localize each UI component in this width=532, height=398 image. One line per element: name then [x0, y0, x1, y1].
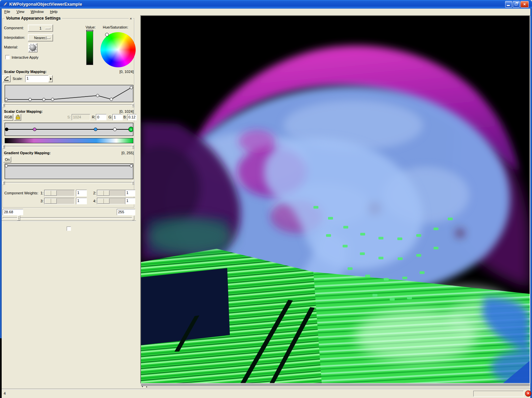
weight-2-slider[interactable]	[97, 190, 126, 196]
panel-close-icon[interactable]: ×	[129, 17, 133, 21]
error-icon[interactable]: ×	[525, 390, 531, 397]
panel-title: Volume Appearance Settings	[5, 16, 62, 21]
minimize-button[interactable]	[505, 1, 512, 8]
slider-handle[interactable]	[17, 215, 20, 221]
s-label: S:	[67, 115, 71, 119]
component-dropdown[interactable]: 1	[28, 25, 53, 32]
component-weights-label: Component Weights:	[4, 191, 38, 195]
window-border-right	[530, 9, 532, 398]
weight-4-input[interactable]: 1	[125, 198, 135, 204]
scale-label: Scale:	[13, 77, 23, 81]
status-text: 4	[4, 391, 6, 395]
b-input[interactable]: 0.12	[127, 114, 137, 120]
weight-4-slider[interactable]	[97, 198, 126, 204]
range-handle-right[interactable]	[132, 181, 134, 185]
title-bar[interactable]: KWPolygonalObjectViewerExample ×	[0, 0, 532, 9]
weight-2-label: 2:	[93, 191, 96, 195]
component-label: Component:	[4, 26, 24, 30]
scalar-opacity-range: [0, 1024]	[119, 70, 134, 74]
gradient-opacity-editor[interactable]	[5, 164, 133, 179]
status-progress-field	[473, 391, 524, 397]
interpolation-dropdown[interactable]: Nearest	[28, 34, 53, 41]
scalar-opacity-range-slider[interactable]	[3, 103, 134, 107]
range-handle-right[interactable]	[132, 145, 134, 149]
hue-saturation-label: Hue/Saturation:	[103, 25, 128, 29]
b-label: B:	[123, 115, 127, 119]
restore-button[interactable]	[513, 1, 520, 8]
render-frame	[140, 15, 530, 384]
scale-input[interactable]: 1	[25, 75, 48, 82]
range-handle-left[interactable]	[3, 103, 5, 107]
weight-3-slider[interactable]	[44, 198, 75, 204]
value-bar[interactable]	[86, 30, 93, 65]
gradient-on-button[interactable]: On	[3, 157, 11, 163]
menu-view[interactable]: View	[14, 9, 27, 14]
control-point[interactable]	[110, 98, 112, 100]
range-min-input[interactable]: 28.68	[3, 209, 23, 215]
menu-file[interactable]: File	[2, 9, 13, 14]
range-handle-left[interactable]	[3, 181, 5, 185]
g-input[interactable]: 1	[112, 114, 123, 120]
color-point[interactable]	[94, 128, 97, 131]
slider-endcap[interactable]	[132, 216, 134, 220]
scalar-color-editor[interactable]: 5	[5, 123, 133, 136]
lock-icon	[15, 114, 21, 120]
color-ramp	[5, 138, 133, 143]
control-point[interactable]	[96, 94, 99, 97]
menu-window[interactable]: Window	[28, 9, 46, 14]
control-point[interactable]	[42, 98, 45, 101]
lone-checkbox[interactable]	[67, 227, 71, 231]
scalar-color-range-slider[interactable]	[3, 145, 134, 149]
scalar-opacity-editor[interactable]	[5, 85, 133, 102]
value-cursor[interactable]	[86, 30, 93, 32]
app-window: KWPolygonalObjectViewerExample × File Vi…	[0, 0, 532, 398]
component-value: 1	[39, 26, 41, 30]
r-input[interactable]: 0	[96, 114, 106, 120]
hue-saturation-wheel[interactable]	[100, 32, 136, 67]
material-label: Material:	[4, 45, 18, 49]
dropdown-indicator-icon	[45, 37, 50, 39]
lock-button[interactable]	[14, 114, 21, 121]
scale-spinner[interactable]	[48, 75, 53, 82]
close-icon: ×	[521, 2, 528, 7]
viewport-scrollbar[interactable]	[141, 383, 530, 386]
color-point[interactable]	[5, 128, 8, 131]
ramp-button[interactable]	[3, 75, 11, 82]
control-point[interactable]	[51, 98, 54, 100]
weight-2-input[interactable]: 1	[125, 190, 135, 196]
control-point[interactable]	[29, 98, 31, 101]
interactive-apply-checkbox[interactable]	[5, 55, 10, 59]
spinner-arrow-icon	[50, 78, 52, 80]
weight-1-label: 1:	[40, 191, 43, 195]
scalar-opacity-label: Scalar Opacity Mapping:	[4, 70, 46, 74]
rgb-button[interactable]: RGB	[3, 114, 13, 121]
range-max-input[interactable]: 255	[117, 209, 135, 215]
g-label: G:	[108, 115, 112, 119]
selected-point-label: 5	[130, 128, 132, 131]
volume-rendering-viewport[interactable]	[141, 16, 530, 383]
s-input: 1024	[72, 114, 90, 120]
material-button[interactable]	[28, 43, 37, 52]
ramp-icon	[4, 76, 10, 81]
scalar-color-range: [0, 1024]	[119, 109, 134, 113]
bottom-divider	[148, 387, 530, 388]
range-handle-left[interactable]	[3, 145, 5, 149]
control-point[interactable]	[130, 86, 133, 89]
menu-bar: File View Window Help	[2, 9, 530, 15]
scalar-color-label: Scalar Color Mapping:	[4, 109, 43, 113]
control-point[interactable]	[5, 165, 8, 167]
gradient-opacity-range-slider[interactable]	[3, 181, 134, 185]
control-point[interactable]	[130, 165, 133, 167]
hue-cursor[interactable]	[105, 33, 109, 36]
color-point[interactable]	[113, 128, 116, 131]
range-handle-right[interactable]	[132, 103, 134, 107]
minimize-icon	[507, 5, 510, 6]
weight-1-input[interactable]: 1	[76, 190, 87, 196]
color-point[interactable]	[33, 128, 36, 131]
menu-help[interactable]: Help	[47, 9, 60, 14]
weight-3-input[interactable]: 1	[76, 198, 87, 204]
window-level-slider[interactable]	[3, 215, 134, 221]
close-button[interactable]: ×	[520, 1, 529, 8]
weight-1-slider[interactable]	[44, 190, 75, 196]
control-point[interactable]	[5, 98, 8, 101]
